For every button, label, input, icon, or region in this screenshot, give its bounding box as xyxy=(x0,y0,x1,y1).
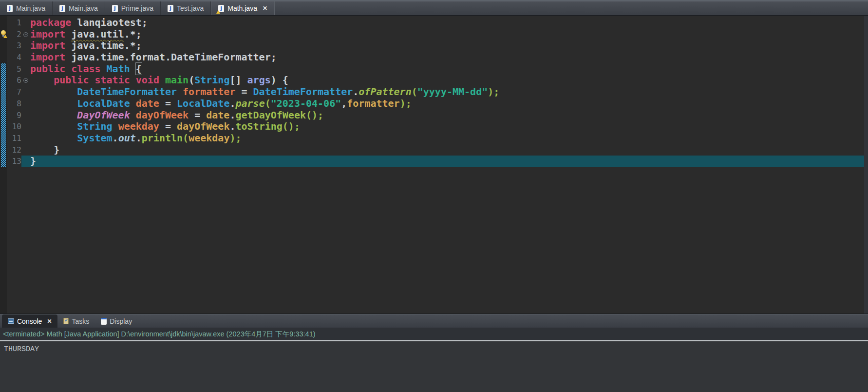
code-token: ); xyxy=(229,132,241,144)
code-line-4[interactable]: import java.time.format.DateTimeFormatte… xyxy=(30,52,864,63)
code-token xyxy=(30,120,77,132)
close-icon[interactable]: ✕ xyxy=(47,318,52,325)
tab-label: Display xyxy=(110,317,132,325)
code-token xyxy=(113,120,118,132)
java-file-icon: J xyxy=(59,5,65,12)
code-line-11[interactable]: System.out.println(weekday); xyxy=(30,133,864,144)
code-line-5[interactable]: public class Math { xyxy=(30,63,864,75)
code-token: class xyxy=(71,63,100,75)
console-tab-tasks[interactable]: Tasks xyxy=(57,314,95,328)
code-token: . xyxy=(136,132,142,144)
line-number: 5 xyxy=(7,63,21,75)
warning-overlay-icon xyxy=(3,35,7,38)
code-token: ( xyxy=(412,86,417,98)
code-token: = xyxy=(159,120,177,132)
warning-overlay-icon xyxy=(216,10,220,14)
code-token: parse xyxy=(235,98,264,109)
line-number-ruler[interactable]: 12345678910111213 xyxy=(7,17,21,167)
code-token: public xyxy=(54,74,89,86)
line-number: 9 xyxy=(7,110,21,121)
code-token: ); xyxy=(488,86,499,98)
code-line-10[interactable]: String weekday = dayOfWeek.toString(); xyxy=(30,121,864,133)
code-token: . xyxy=(229,120,235,132)
code-lines[interactable]: package lanqiaotest;import java.util.*;i… xyxy=(30,17,864,167)
code-line-3[interactable]: import java.time.*; xyxy=(30,40,864,52)
code-token: "2023-04-06" xyxy=(271,98,341,109)
warning-quickfix-bulb-icon[interactable] xyxy=(0,30,7,38)
code-token: DayOfWeek xyxy=(77,109,130,121)
code-token: import xyxy=(30,51,65,63)
line-number: 12 xyxy=(7,144,21,156)
code-token: . xyxy=(353,86,359,98)
code-token xyxy=(130,74,136,86)
code-line-13[interactable]: } xyxy=(30,156,864,167)
tab-label: Main.java xyxy=(69,4,98,12)
tab-label: Math.java xyxy=(227,4,257,12)
code-token: lanqiaotest; xyxy=(71,17,148,28)
code-token xyxy=(159,74,165,86)
code-token xyxy=(30,132,77,144)
editor-tab-math.java[interactable]: JMath.java✕ xyxy=(211,1,275,15)
code-token xyxy=(130,98,136,109)
code-token xyxy=(130,109,136,121)
code-line-8[interactable]: LocalDate date = LocalDate.parse("2023-0… xyxy=(30,98,864,110)
line-number: 4 xyxy=(7,52,21,63)
java-file-icon: J xyxy=(168,5,173,12)
code-token: } xyxy=(30,155,36,167)
code-token: dayOfWeek xyxy=(177,120,229,132)
code-line-12[interactable]: } xyxy=(30,144,864,156)
code-token: ) { xyxy=(271,74,288,86)
line-number: 1 xyxy=(7,17,21,29)
line-number: 3 xyxy=(7,40,21,52)
editor-tab-test.java[interactable]: JTest.java xyxy=(161,1,211,15)
code-token: out xyxy=(118,132,136,144)
code-token: date xyxy=(136,98,159,109)
code-token: LocalDate xyxy=(77,98,130,109)
code-token xyxy=(101,63,107,75)
code-token xyxy=(30,109,77,121)
code-token: java.time.*; xyxy=(65,39,142,51)
editor-scrollbar[interactable] xyxy=(864,16,868,314)
editor-tab-prime.java[interactable]: JPrime.java xyxy=(105,1,161,15)
editor-tab-main.java[interactable]: JMain.java xyxy=(0,1,53,15)
code-line-9[interactable]: DayOfWeek dayOfWeek = date.getDayOfWeek(… xyxy=(30,110,864,121)
console-output[interactable]: THURSDAY xyxy=(0,341,868,392)
code-token: Math xyxy=(107,63,130,75)
code-token: ( xyxy=(265,98,271,109)
code-token: weekday xyxy=(118,120,159,132)
code-token: getDayOfWeek xyxy=(235,109,306,121)
code-token: "yyyy-MM-dd" xyxy=(417,86,488,98)
line-number: 11 xyxy=(7,133,21,144)
fold-collapse-icon[interactable] xyxy=(23,78,28,83)
console-tab-display[interactable]: Display xyxy=(95,314,138,328)
code-line-6[interactable]: public static void main(String[] args) { xyxy=(30,75,864,86)
tab-label: Main.java xyxy=(16,4,45,12)
code-line-7[interactable]: DateTimeFormatter formatter = DateTimeFo… xyxy=(30,86,864,98)
code-token: java.time.format.DateTimeFormatter; xyxy=(65,51,276,63)
code-token: . xyxy=(229,109,235,121)
line-number: 6 xyxy=(7,75,21,86)
code-token: package xyxy=(30,17,71,28)
tasks-view-icon xyxy=(63,318,69,324)
code-token: LocalDate xyxy=(177,98,229,109)
code-token: args xyxy=(247,74,271,86)
console-tab-console[interactable]: Console✕ xyxy=(2,314,57,328)
editor-tab-main.java[interactable]: JMain.java xyxy=(53,1,105,15)
line-number: 8 xyxy=(7,98,21,110)
code-line-1[interactable]: package lanqiaotest; xyxy=(30,17,864,29)
tab-label: Test.java xyxy=(177,4,204,12)
fold-collapse-icon[interactable] xyxy=(23,32,28,37)
code-token: .*; xyxy=(124,28,142,40)
matched-brace: { xyxy=(136,63,142,75)
close-icon[interactable]: ✕ xyxy=(263,5,267,12)
warning-underlined-text: java.util xyxy=(71,28,124,40)
editor-tab-bar: JMain.javaJMain.javaJPrime.javaJTest.jav… xyxy=(0,0,868,16)
code-token xyxy=(65,63,71,75)
code-token xyxy=(30,74,54,86)
code-editor[interactable]: 12345678910111213 package lanqiaotest;im… xyxy=(0,16,868,314)
java-file-icon: J xyxy=(112,5,118,12)
code-token: void xyxy=(136,74,159,86)
code-token: [] xyxy=(229,74,247,86)
code-token: = xyxy=(189,109,206,121)
code-line-2[interactable]: import java.util.*; xyxy=(30,29,864,40)
